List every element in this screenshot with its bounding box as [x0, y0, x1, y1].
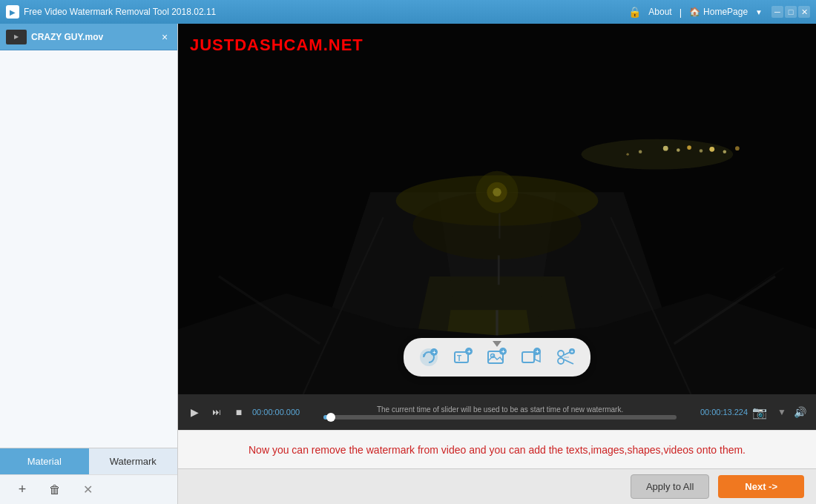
- video-watermark: JUSTDASHCAM.NET: [190, 36, 363, 55]
- progress-container: The current time of slider will be used …: [323, 405, 677, 420]
- svg-rect-41: [522, 352, 534, 362]
- app-icon: ▶: [6, 5, 19, 19]
- info-bar: Now you can remove the watermark from vi…: [178, 430, 816, 468]
- svg-point-25: [493, 188, 501, 196]
- file-tab[interactable]: ▶ CRAZY GUY.mov ×: [0, 24, 177, 50]
- camera-dropdown[interactable]: ▼: [777, 407, 786, 417]
- time-start: 00:00:00.000: [252, 408, 319, 417]
- content-area: JUSTDASHCAM.NET: [178, 24, 816, 504]
- stop-button[interactable]: ■: [230, 403, 248, 421]
- close-button[interactable]: ✕: [798, 6, 810, 18]
- title-actions: 🔒 About | 🏠 HomePage ▼: [628, 6, 763, 18]
- volume-button[interactable]: 🔊: [791, 403, 809, 421]
- svg-point-9: [639, 150, 642, 153]
- add-text-button[interactable]: T +: [448, 342, 478, 372]
- svg-text:T: T: [457, 354, 461, 362]
- maximize-button[interactable]: □: [785, 6, 797, 18]
- time-end: 00:00:13.224: [681, 408, 748, 417]
- action-bar: Apply to All Next ->: [178, 468, 816, 504]
- svg-line-48: [564, 359, 573, 364]
- delete-button[interactable]: 🗑: [45, 480, 65, 500]
- sidebar: ▶ CRAZY GUY.mov × Material Watermark + 🗑…: [0, 24, 178, 504]
- progress-hint: The current time of slider will be used …: [377, 405, 623, 414]
- controls-bar: ▶ ⏭ ■ 00:00:00.000 The current time of s…: [178, 394, 816, 430]
- next-button[interactable]: Next ->: [718, 475, 804, 498]
- add-button[interactable]: +: [12, 480, 33, 500]
- scissors-button[interactable]: +: [550, 342, 580, 372]
- tab-material[interactable]: Material: [0, 448, 89, 474]
- home-icon: 🏠: [689, 7, 700, 17]
- info-message: Now you can remove the watermark from vi…: [249, 444, 746, 456]
- homepage-label: HomePage: [703, 7, 748, 17]
- toolbar-arrow: [493, 341, 501, 347]
- about-link[interactable]: About: [648, 7, 671, 17]
- sidebar-content: [0, 50, 177, 448]
- separator: |: [680, 7, 682, 18]
- about-label: About: [648, 7, 671, 17]
- screenshot-button[interactable]: 📷: [752, 403, 773, 421]
- progress-handle[interactable]: [326, 413, 335, 422]
- sidebar-icon-bar: + 🗑 ✕: [0, 474, 177, 504]
- filename-label: CRAZY GUY.mov: [31, 32, 158, 42]
- homepage-link[interactable]: 🏠 HomePage: [689, 7, 748, 17]
- window-controls: ─ □ ✕: [771, 6, 810, 18]
- video-area: JUSTDASHCAM.NET: [178, 24, 816, 394]
- svg-point-2: [663, 146, 668, 151]
- sidebar-tabs: Material Watermark: [0, 448, 177, 474]
- main-layout: ▶ CRAZY GUY.mov × Material Watermark + 🗑…: [0, 24, 816, 504]
- file-thumbnail: ▶: [6, 30, 27, 44]
- add-region-button[interactable]: +: [414, 342, 444, 372]
- file-close-button[interactable]: ×: [158, 30, 171, 44]
- play-button[interactable]: ▶: [185, 403, 203, 421]
- svg-point-7: [723, 150, 727, 153]
- svg-text:+: +: [501, 348, 505, 355]
- minimize-button[interactable]: ─: [771, 6, 783, 18]
- progress-bar[interactable]: [323, 415, 677, 420]
- svg-point-3: [677, 148, 680, 152]
- dropdown-icon[interactable]: ▼: [755, 8, 763, 16]
- svg-text:+: +: [432, 349, 436, 356]
- svg-text:+: +: [570, 349, 573, 354]
- cancel-button[interactable]: ✕: [77, 480, 98, 500]
- tab-watermark[interactable]: Watermark: [89, 448, 178, 474]
- svg-point-5: [700, 149, 703, 153]
- svg-point-1: [582, 139, 734, 170]
- lock-icon: 🔒: [628, 6, 641, 18]
- step-button[interactable]: ⏭: [208, 403, 226, 421]
- add-video-button[interactable]: +: [516, 342, 546, 372]
- svg-point-10: [626, 153, 628, 155]
- titlebar: ▶ Free Video Watermark Removal Tool 2018…: [0, 0, 816, 24]
- svg-point-6: [709, 147, 714, 152]
- svg-point-46: [558, 358, 564, 364]
- svg-text:+: +: [536, 348, 539, 355]
- apply-to-all-button[interactable]: Apply to All: [631, 474, 709, 499]
- add-image-button[interactable]: +: [482, 342, 512, 372]
- svg-point-8: [735, 146, 740, 150]
- svg-point-4: [687, 145, 691, 150]
- svg-text:+: +: [467, 348, 471, 355]
- app-title: Free Video Watermark Removal Tool 2018.0…: [24, 7, 628, 17]
- svg-point-45: [558, 351, 564, 357]
